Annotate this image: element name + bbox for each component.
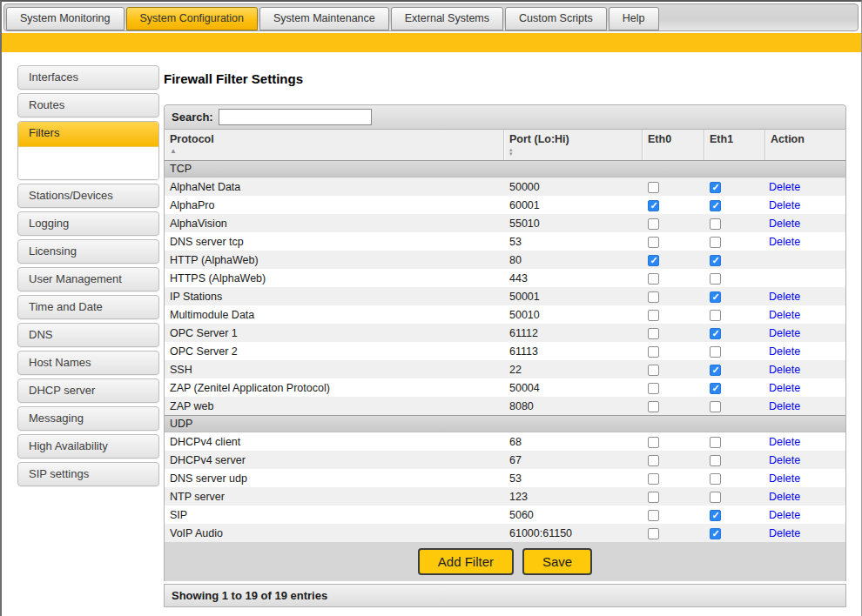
eth1-cell — [704, 271, 765, 284]
sidebar-item-dns[interactable]: DNS — [17, 323, 159, 347]
eth1-checkbox[interactable] — [710, 328, 721, 339]
delete-link[interactable]: Delete — [765, 199, 800, 211]
eth0-checkbox[interactable] — [648, 237, 659, 248]
eth0-cell — [643, 526, 704, 539]
port-cell: 22 — [504, 364, 643, 376]
eth1-checkbox[interactable] — [710, 455, 721, 466]
eth0-checkbox[interactable] — [648, 510, 659, 521]
sidebar-item-filters-label[interactable]: Filters — [18, 122, 158, 146]
eth0-checkbox[interactable] — [648, 273, 659, 285]
delete-link[interactable]: Delete — [765, 291, 800, 303]
protocol-cell: OPC Server 2 — [165, 345, 504, 358]
search-input[interactable] — [219, 109, 372, 125]
sidebar-item-messaging[interactable]: Messaging — [17, 406, 159, 431]
port-cell: 61113 — [504, 345, 643, 358]
eth1-checkbox[interactable] — [710, 437, 721, 448]
delete-link[interactable]: Delete — [765, 527, 800, 539]
sidebar-item-interfaces[interactable]: Interfaces — [17, 65, 159, 90]
eth1-checkbox[interactable] — [710, 255, 721, 266]
delete-link[interactable]: Delete — [765, 454, 800, 466]
table-row: AlphaPro60001Delete — [165, 196, 845, 214]
eth0-checkbox[interactable] — [648, 365, 659, 376]
sidebar-item-logging[interactable]: Logging — [17, 211, 159, 236]
sidebar-item-sip-settings[interactable]: SIP settings — [17, 462, 159, 486]
tab-custom-scripts[interactable]: Custom Scripts — [505, 7, 607, 30]
column-header-protocol[interactable]: Protocol▲ — [165, 130, 504, 160]
delete-link[interactable]: Delete — [765, 181, 800, 193]
save-button[interactable]: Save — [522, 548, 592, 575]
sidebar-item-host-names[interactable]: Host Names — [17, 351, 159, 375]
sidebar-item-user-management[interactable]: User Management — [17, 267, 159, 291]
action-cell: Delete — [765, 291, 847, 303]
protocol-cell: AlphaVision — [165, 218, 504, 230]
tab-external-systems[interactable]: External Systems — [391, 7, 503, 30]
sidebar-item-licensing[interactable]: Licensing — [17, 239, 159, 264]
sidebar-item-time-and-date[interactable]: Time and Date — [17, 295, 159, 319]
eth1-checkbox[interactable] — [710, 218, 721, 230]
eth1-checkbox[interactable] — [710, 401, 721, 412]
sidebar-item-stations-devices[interactable]: Stations/Devices — [17, 184, 159, 208]
delete-link[interactable]: Delete — [765, 472, 800, 485]
delete-link[interactable]: Delete — [765, 491, 800, 503]
eth0-checkbox[interactable] — [648, 528, 659, 539]
eth0-checkbox[interactable] — [648, 218, 659, 230]
eth0-checkbox[interactable] — [648, 291, 659, 303]
tab-system-configuration[interactable]: System Configuration — [126, 7, 259, 30]
protocol-cell: AlphaPro — [165, 199, 504, 211]
sidebar-item-routes[interactable]: Routes — [17, 93, 159, 117]
port-cell: 5060 — [504, 509, 643, 521]
delete-link[interactable]: Delete — [765, 400, 800, 412]
sidebar-item-high-availability[interactable]: High Availability — [17, 434, 159, 459]
protocol-cell: ZAP web — [165, 400, 504, 412]
eth0-checkbox[interactable] — [648, 455, 659, 466]
sidebar-item-dhcp-server[interactable]: DHCP server — [17, 378, 159, 403]
tab-system-monitoring[interactable]: System Monitoring — [6, 7, 125, 30]
eth1-checkbox[interactable] — [710, 291, 721, 303]
tab-help[interactable]: Help — [609, 7, 659, 30]
eth1-checkbox[interactable] — [710, 383, 721, 394]
eth1-checkbox[interactable] — [710, 528, 721, 539]
eth0-checkbox[interactable] — [648, 310, 659, 321]
eth0-checkbox[interactable] — [648, 473, 659, 485]
delete-link[interactable]: Delete — [765, 309, 800, 321]
eth1-cell — [704, 326, 765, 338]
eth1-checkbox[interactable] — [710, 310, 721, 321]
eth0-checkbox[interactable] — [648, 255, 659, 266]
eth0-checkbox[interactable] — [648, 346, 659, 358]
sort-ascending-icon[interactable]: ▲ — [170, 147, 503, 156]
delete-link[interactable]: Delete — [765, 436, 800, 448]
eth0-checkbox[interactable] — [648, 182, 659, 193]
eth0-checkbox[interactable] — [648, 383, 659, 394]
protocol-cell: DNS server udp — [165, 472, 504, 485]
eth1-checkbox[interactable] — [710, 473, 721, 485]
delete-link[interactable]: Delete — [765, 345, 800, 358]
port-cell: 61112 — [504, 327, 643, 339]
eth1-checkbox[interactable] — [710, 273, 721, 285]
add-filter-button[interactable]: Add Filter — [418, 548, 514, 575]
eth1-checkbox[interactable] — [710, 200, 721, 211]
eth1-checkbox[interactable] — [710, 182, 721, 193]
delete-link[interactable]: Delete — [765, 218, 800, 230]
table-row: DHCPv4 client68Delete — [165, 432, 845, 451]
accent-bar — [2, 33, 861, 52]
eth0-checkbox[interactable] — [648, 200, 659, 211]
eth1-checkbox[interactable] — [710, 237, 721, 248]
eth1-checkbox[interactable] — [710, 510, 721, 521]
sidebar-item-filters[interactable]: Filters — [17, 121, 159, 180]
delete-link[interactable]: Delete — [765, 364, 800, 376]
delete-link[interactable]: Delete — [765, 236, 800, 248]
column-header-port-lo-hi-[interactable]: Port (Lo:Hi)▴▾ — [504, 130, 643, 160]
delete-link[interactable]: Delete — [765, 382, 800, 394]
eth1-checkbox[interactable] — [710, 365, 721, 376]
sort-both-icon[interactable]: ▴▾ — [509, 147, 642, 156]
eth0-checkbox[interactable] — [648, 401, 659, 412]
action-cell: Delete — [765, 400, 847, 412]
delete-link[interactable]: Delete — [765, 509, 800, 521]
eth1-checkbox[interactable] — [710, 346, 721, 358]
eth0-checkbox[interactable] — [648, 437, 659, 448]
eth0-checkbox[interactable] — [648, 328, 659, 339]
eth0-checkbox[interactable] — [648, 492, 659, 503]
delete-link[interactable]: Delete — [765, 327, 800, 339]
eth1-checkbox[interactable] — [710, 492, 721, 503]
tab-system-maintenance[interactable]: System Maintenance — [259, 7, 389, 30]
